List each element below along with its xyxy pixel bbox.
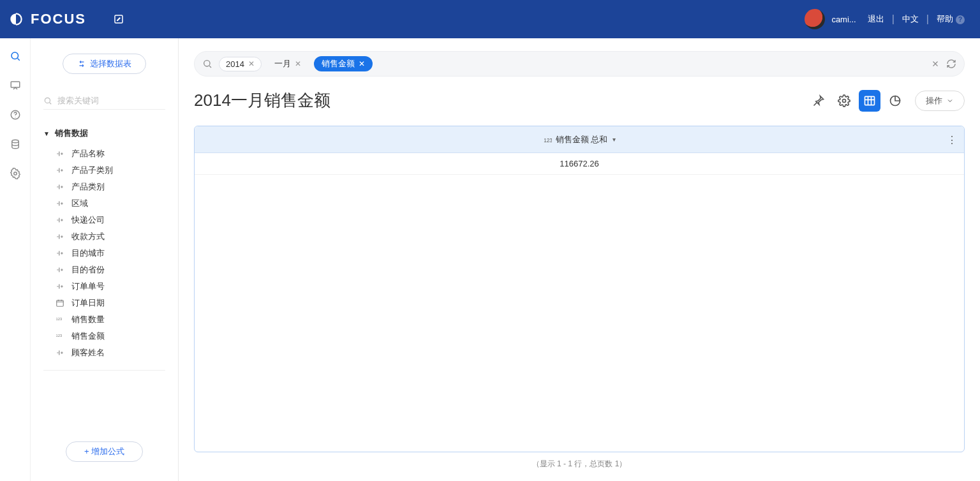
svg-point-7 xyxy=(45,98,50,103)
swap-icon xyxy=(77,59,86,68)
close-icon[interactable]: ✕ xyxy=(295,59,301,68)
field-label: 目的城市 xyxy=(71,248,105,259)
logo-mark-icon xyxy=(8,11,24,27)
search-bar[interactable]: 2014✕ 一月✕ 销售金额✕ xyxy=(194,51,965,77)
logout-link[interactable]: 退出 xyxy=(865,13,887,25)
field-label: 销售金额 xyxy=(71,330,105,342)
pie-chart-icon xyxy=(889,94,902,107)
search-icon xyxy=(202,59,212,69)
field-label: 订单单号 xyxy=(71,281,105,292)
field-item[interactable]: 订单单号 xyxy=(43,278,165,295)
field-type-icon xyxy=(55,265,65,275)
field-type-icon xyxy=(55,182,65,192)
close-icon xyxy=(931,59,940,68)
avatar[interactable] xyxy=(805,9,825,29)
chevron-down-icon xyxy=(946,97,954,105)
field-type-icon xyxy=(55,149,65,159)
field-item[interactable]: 收款方式 xyxy=(43,228,165,245)
field-item[interactable]: 目的省份 xyxy=(43,262,165,278)
caret-down-icon: ▾ xyxy=(612,136,616,143)
close-icon[interactable]: ✕ xyxy=(359,59,365,68)
page-title: 2014一月销售金额 xyxy=(194,89,330,112)
field-sidebar: 选择数据表 ▼ 销售数据 产品名称产品子类别产品类别区域快递公司收款方式目的城市… xyxy=(31,38,179,481)
svg-text:123: 123 xyxy=(56,334,63,337)
filter-chip-metric[interactable]: 销售金额✕ xyxy=(314,56,373,71)
svg-point-6 xyxy=(13,172,17,175)
field-type-icon xyxy=(55,281,65,292)
rail-search[interactable] xyxy=(9,50,22,63)
field-label: 销售数量 xyxy=(71,314,105,325)
svg-text:123: 123 xyxy=(544,137,552,143)
clear-search-button[interactable] xyxy=(931,59,940,68)
settings-button[interactable] xyxy=(833,90,855,112)
rail-dashboard[interactable] xyxy=(9,79,22,92)
table-menu-button[interactable]: ⋮ xyxy=(947,133,956,145)
sidebar-search-input[interactable] xyxy=(57,96,165,105)
field-type-icon xyxy=(55,348,65,358)
svg-rect-2 xyxy=(11,82,20,87)
rail-settings[interactable] xyxy=(9,167,22,180)
user-name[interactable]: cami... xyxy=(831,15,856,24)
help-link[interactable]: 帮助? xyxy=(934,13,967,25)
language-link[interactable]: 中文 xyxy=(900,13,921,25)
number-type-icon: 123 xyxy=(543,135,552,144)
help-icon: ? xyxy=(956,15,965,24)
chart-view-button[interactable] xyxy=(884,90,906,112)
column-header[interactable]: 123 销售金额 总和 ▾ xyxy=(195,134,964,145)
field-list: 产品名称产品子类别产品类别区域快递公司收款方式目的城市目的省份订单单号订单日期1… xyxy=(43,145,165,361)
add-formula-button[interactable]: 增加公式 xyxy=(66,441,143,462)
caret-down-icon: ▼ xyxy=(43,130,50,137)
field-item[interactable]: 123销售数量 xyxy=(43,311,165,328)
filter-pill-year[interactable]: 2014✕ xyxy=(219,57,262,71)
table-header: 123 销售金额 总和 ▾ ⋮ xyxy=(195,126,964,153)
table-view-button[interactable] xyxy=(859,90,880,112)
field-label: 产品名称 xyxy=(71,148,105,159)
gear-icon xyxy=(10,168,21,179)
svg-rect-13 xyxy=(865,96,875,105)
pin-button[interactable] xyxy=(808,90,829,112)
field-item[interactable]: 产品类别 xyxy=(43,179,165,195)
field-item[interactable]: 产品子类别 xyxy=(43,162,165,179)
operations-dropdown[interactable]: 操作 xyxy=(915,91,965,111)
svg-point-12 xyxy=(843,99,846,102)
table-row: 116672.26 xyxy=(195,153,964,175)
nav-rail xyxy=(0,38,31,481)
field-item[interactable]: 顾客姓名 xyxy=(43,344,165,361)
field-type-icon: 123 xyxy=(55,331,65,341)
field-item[interactable]: 快递公司 xyxy=(43,212,165,228)
database-icon xyxy=(10,138,21,150)
main-area: 2014✕ 一月✕ 销售金额✕ 2014一月销售金额 xyxy=(179,38,980,481)
field-item[interactable]: 订单日期 xyxy=(43,295,165,311)
field-label: 订单日期 xyxy=(71,297,105,309)
field-label: 收款方式 xyxy=(71,231,105,242)
field-item[interactable]: 区域 xyxy=(43,195,165,212)
sidebar-search[interactable] xyxy=(43,96,165,110)
search-icon xyxy=(10,50,21,62)
field-group-header[interactable]: ▼ 销售数据 xyxy=(43,128,165,139)
title-row: 2014一月销售金额 操作 xyxy=(194,89,965,112)
cell-value: 116672.26 xyxy=(195,159,964,168)
field-item[interactable]: 产品名称 xyxy=(43,145,165,162)
select-table-button[interactable]: 选择数据表 xyxy=(63,54,146,74)
field-type-icon xyxy=(55,215,65,225)
field-type-icon xyxy=(55,232,65,242)
close-icon[interactable]: ✕ xyxy=(248,59,255,68)
brand-logo[interactable]: FOCUS xyxy=(8,11,86,27)
field-item[interactable]: 123销售金额 xyxy=(43,328,165,344)
rail-help[interactable] xyxy=(9,108,22,121)
svg-point-4 xyxy=(15,117,15,117)
edit-button[interactable] xyxy=(112,12,126,26)
edit-icon xyxy=(113,13,124,25)
pager-label: （显示 1 - 1 行，总页数 1） xyxy=(194,452,965,481)
field-type-icon: 123 xyxy=(55,314,65,325)
field-item[interactable]: 目的城市 xyxy=(43,245,165,262)
svg-rect-8 xyxy=(57,300,64,306)
topbar: FOCUS cami... 退出 | 中文 | 帮助? xyxy=(0,0,980,38)
question-circle-icon xyxy=(10,109,21,121)
filter-pill-month[interactable]: 一月✕ xyxy=(268,56,308,71)
brand-text: FOCUS xyxy=(31,11,86,27)
svg-point-1 xyxy=(11,52,19,59)
pin-icon xyxy=(812,94,825,107)
rail-data[interactable] xyxy=(9,138,22,151)
refresh-button[interactable] xyxy=(946,59,956,69)
